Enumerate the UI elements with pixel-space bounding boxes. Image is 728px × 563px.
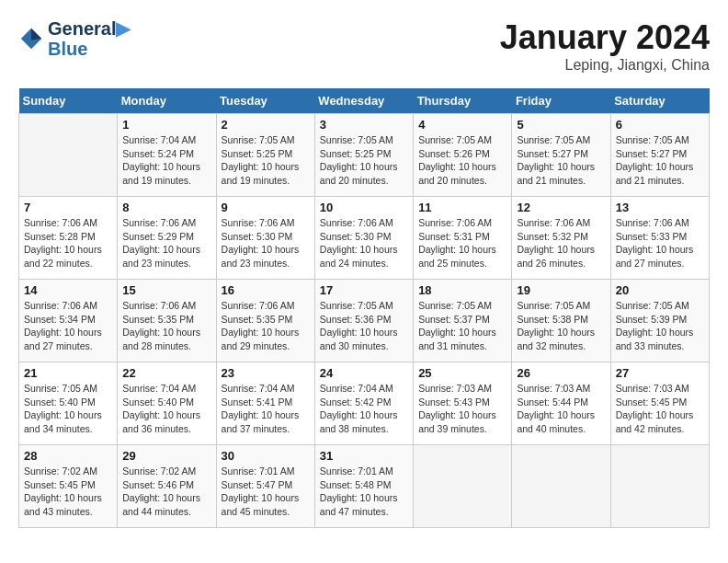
day-number: 21: [24, 366, 112, 380]
day-cell: [610, 445, 709, 528]
day-cell: 15Sunrise: 7:06 AM Sunset: 5:35 PM Dayli…: [118, 280, 216, 362]
weekday-header-sunday: Sunday: [19, 88, 118, 114]
day-number: 18: [418, 283, 506, 297]
location: Leping, Jiangxi, China: [500, 57, 710, 74]
day-cell: 23Sunrise: 7:04 AM Sunset: 5:41 PM Dayli…: [216, 362, 314, 445]
day-cell: 22Sunrise: 7:04 AM Sunset: 5:40 PM Dayli…: [118, 362, 216, 445]
day-info: Sunrise: 7:05 AM Sunset: 5:39 PM Dayligh…: [616, 299, 704, 353]
day-cell: 6Sunrise: 7:05 AM Sunset: 5:27 PM Daylig…: [610, 114, 709, 197]
day-cell: 1Sunrise: 7:04 AM Sunset: 5:24 PM Daylig…: [118, 114, 216, 197]
day-info: Sunrise: 7:05 AM Sunset: 5:25 PM Dayligh…: [320, 133, 408, 188]
day-info: Sunrise: 7:06 AM Sunset: 5:35 PM Dayligh…: [222, 299, 310, 353]
day-cell: 24Sunrise: 7:04 AM Sunset: 5:42 PM Dayli…: [314, 362, 413, 445]
day-info: Sunrise: 7:01 AM Sunset: 5:47 PM Dayligh…: [222, 465, 310, 519]
day-number: 6: [616, 118, 704, 132]
day-number: 1: [122, 118, 210, 132]
day-info: Sunrise: 7:06 AM Sunset: 5:28 PM Dayligh…: [24, 216, 112, 270]
day-cell: [512, 445, 610, 528]
weekday-header-thursday: Thursday: [414, 88, 512, 114]
day-cell: 8Sunrise: 7:06 AM Sunset: 5:29 PM Daylig…: [118, 197, 216, 280]
day-cell: 12Sunrise: 7:06 AM Sunset: 5:32 PM Dayli…: [512, 197, 610, 280]
day-number: 30: [222, 449, 310, 463]
day-cell: [414, 445, 512, 528]
day-number: 4: [418, 118, 506, 132]
week-row-3: 14Sunrise: 7:06 AM Sunset: 5:34 PM Dayli…: [19, 280, 710, 362]
day-info: Sunrise: 7:06 AM Sunset: 5:30 PM Dayligh…: [320, 216, 408, 270]
day-info: Sunrise: 7:05 AM Sunset: 5:26 PM Dayligh…: [418, 133, 506, 188]
day-info: Sunrise: 7:05 AM Sunset: 5:27 PM Dayligh…: [517, 133, 605, 188]
day-number: 20: [616, 283, 704, 297]
weekday-header-friday: Friday: [512, 88, 610, 114]
day-number: 26: [517, 366, 605, 380]
day-number: 29: [122, 449, 210, 463]
day-cell: 28Sunrise: 7:02 AM Sunset: 5:45 PM Dayli…: [19, 445, 118, 528]
day-cell: 11Sunrise: 7:06 AM Sunset: 5:31 PM Dayli…: [414, 197, 512, 280]
day-cell: 13Sunrise: 7:06 AM Sunset: 5:33 PM Dayli…: [610, 197, 709, 280]
day-number: 5: [517, 118, 605, 132]
day-info: Sunrise: 7:05 AM Sunset: 5:37 PM Dayligh…: [418, 299, 506, 353]
day-cell: 20Sunrise: 7:05 AM Sunset: 5:39 PM Dayli…: [610, 280, 709, 362]
day-info: Sunrise: 7:06 AM Sunset: 5:32 PM Dayligh…: [517, 216, 605, 270]
day-number: 19: [517, 283, 605, 297]
day-number: 24: [320, 366, 408, 380]
day-info: Sunrise: 7:05 AM Sunset: 5:36 PM Dayligh…: [320, 299, 408, 353]
day-number: 13: [616, 201, 704, 214]
day-info: Sunrise: 7:04 AM Sunset: 5:40 PM Dayligh…: [122, 382, 210, 436]
day-number: 10: [320, 201, 408, 214]
day-cell: 16Sunrise: 7:06 AM Sunset: 5:35 PM Dayli…: [216, 280, 314, 362]
day-number: 9: [222, 201, 310, 214]
day-cell: 27Sunrise: 7:03 AM Sunset: 5:45 PM Dayli…: [610, 362, 709, 445]
weekday-header-row: SundayMondayTuesdayWednesdayThursdayFrid…: [19, 88, 710, 114]
day-cell: 25Sunrise: 7:03 AM Sunset: 5:43 PM Dayli…: [414, 362, 512, 445]
day-cell: 17Sunrise: 7:05 AM Sunset: 5:36 PM Dayli…: [314, 280, 413, 362]
weekday-header-monday: Monday: [118, 88, 216, 114]
month-title: January 2024: [500, 18, 710, 57]
title-block: January 2024 Leping, Jiangxi, China: [500, 18, 710, 74]
day-number: 15: [122, 283, 210, 297]
day-info: Sunrise: 7:05 AM Sunset: 5:25 PM Dayligh…: [222, 133, 310, 188]
day-info: Sunrise: 7:03 AM Sunset: 5:45 PM Dayligh…: [616, 382, 704, 436]
day-info: Sunrise: 7:06 AM Sunset: 5:33 PM Dayligh…: [616, 216, 704, 270]
day-info: Sunrise: 7:06 AM Sunset: 5:30 PM Dayligh…: [222, 216, 310, 270]
weekday-header-saturday: Saturday: [610, 88, 709, 114]
day-info: Sunrise: 7:02 AM Sunset: 5:45 PM Dayligh…: [24, 465, 112, 519]
day-cell: 31Sunrise: 7:01 AM Sunset: 5:48 PM Dayli…: [314, 445, 413, 528]
day-number: 22: [122, 366, 210, 380]
week-row-5: 28Sunrise: 7:02 AM Sunset: 5:45 PM Dayli…: [19, 445, 710, 528]
day-info: Sunrise: 7:06 AM Sunset: 5:35 PM Dayligh…: [122, 299, 210, 353]
day-number: 11: [418, 201, 506, 214]
week-row-4: 21Sunrise: 7:05 AM Sunset: 5:40 PM Dayli…: [19, 362, 710, 445]
day-info: Sunrise: 7:02 AM Sunset: 5:46 PM Dayligh…: [122, 465, 210, 519]
day-cell: 4Sunrise: 7:05 AM Sunset: 5:26 PM Daylig…: [414, 114, 512, 197]
weekday-header-wednesday: Wednesday: [314, 88, 413, 114]
day-cell: 7Sunrise: 7:06 AM Sunset: 5:28 PM Daylig…: [19, 197, 118, 280]
day-info: Sunrise: 7:05 AM Sunset: 5:27 PM Dayligh…: [616, 133, 704, 188]
day-cell: 18Sunrise: 7:05 AM Sunset: 5:37 PM Dayli…: [414, 280, 512, 362]
day-cell: 21Sunrise: 7:05 AM Sunset: 5:40 PM Dayli…: [19, 362, 118, 445]
week-row-1: 1Sunrise: 7:04 AM Sunset: 5:24 PM Daylig…: [19, 114, 710, 197]
day-cell: 30Sunrise: 7:01 AM Sunset: 5:47 PM Dayli…: [216, 445, 314, 528]
day-cell: 2Sunrise: 7:05 AM Sunset: 5:25 PM Daylig…: [216, 114, 314, 197]
svg-marker-1: [31, 29, 41, 40]
day-info: Sunrise: 7:04 AM Sunset: 5:41 PM Dayligh…: [222, 382, 310, 436]
day-number: 17: [320, 283, 408, 297]
day-number: 16: [222, 283, 310, 297]
day-info: Sunrise: 7:04 AM Sunset: 5:42 PM Dayligh…: [320, 382, 408, 436]
day-number: 8: [122, 201, 210, 214]
logo: General▶ Blue: [18, 18, 130, 59]
day-cell: [19, 114, 118, 197]
day-cell: 9Sunrise: 7:06 AM Sunset: 5:30 PM Daylig…: [216, 197, 314, 280]
calendar-body: 1Sunrise: 7:04 AM Sunset: 5:24 PM Daylig…: [19, 114, 710, 528]
logo-icon: [18, 26, 44, 52]
day-cell: 29Sunrise: 7:02 AM Sunset: 5:46 PM Dayli…: [118, 445, 216, 528]
page-header: General▶ Blue January 2024 Leping, Jiang…: [18, 18, 710, 74]
calendar-table: SundayMondayTuesdayWednesdayThursdayFrid…: [18, 88, 710, 528]
day-info: Sunrise: 7:06 AM Sunset: 5:34 PM Dayligh…: [24, 299, 112, 353]
day-info: Sunrise: 7:03 AM Sunset: 5:44 PM Dayligh…: [517, 382, 605, 436]
day-cell: 10Sunrise: 7:06 AM Sunset: 5:30 PM Dayli…: [314, 197, 413, 280]
day-number: 31: [320, 449, 408, 463]
day-cell: 14Sunrise: 7:06 AM Sunset: 5:34 PM Dayli…: [19, 280, 118, 362]
day-number: 28: [24, 449, 112, 463]
day-cell: 5Sunrise: 7:05 AM Sunset: 5:27 PM Daylig…: [512, 114, 610, 197]
day-info: Sunrise: 7:03 AM Sunset: 5:43 PM Dayligh…: [418, 382, 506, 436]
